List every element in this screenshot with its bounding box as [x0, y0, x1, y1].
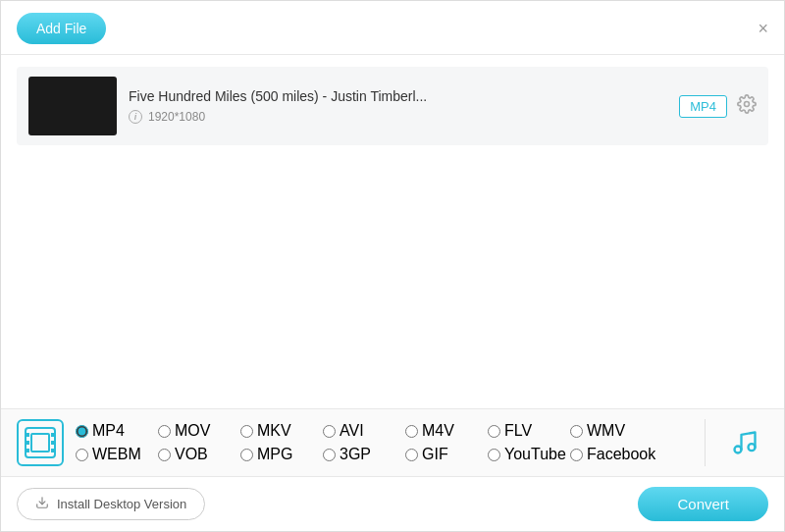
format-option-youtube[interactable]: YouTube — [488, 446, 566, 463]
svg-rect-2 — [26, 433, 29, 437]
file-resolution: 1920*1080 — [148, 110, 205, 124]
file-actions: MP4 — [679, 94, 757, 119]
convert-button[interactable]: Convert — [638, 487, 768, 521]
format-option-mkv[interactable]: MKV — [240, 422, 319, 440]
svg-point-9 — [735, 447, 742, 453]
bottom-panel: MP4 MOV MKV AVI M4V FLV WM — [1, 408, 784, 531]
svg-point-0 — [745, 101, 750, 106]
install-button[interactable]: Install Desktop Version — [17, 488, 205, 520]
format-option-flv[interactable]: FLV — [488, 422, 566, 440]
film-icon[interactable] — [17, 419, 64, 466]
settings-icon[interactable] — [737, 94, 757, 119]
format-row-2: WEBM VOB MPG 3GP GIF YouTube — [76, 446, 689, 463]
svg-point-10 — [749, 444, 756, 451]
vertical-divider — [705, 419, 706, 466]
top-bar: Add File × — [1, 1, 784, 55]
format-badge-button[interactable]: MP4 — [679, 95, 727, 118]
download-icon — [35, 496, 49, 512]
action-bar: Install Desktop Version Convert — [1, 476, 784, 531]
file-info: Five Hundred Miles (500 miles) - Justin … — [129, 88, 667, 124]
format-option-facebook[interactable]: Facebook — [570, 446, 655, 463]
format-section: MP4 MOV MKV AVI M4V FLV WM — [1, 409, 784, 476]
file-list: Five Hundred Miles (500 miles) - Justin … — [1, 55, 784, 157]
format-option-mov[interactable]: MOV — [158, 422, 236, 440]
format-option-mp4[interactable]: MP4 — [76, 422, 154, 440]
format-option-mpg[interactable]: MPG — [240, 446, 319, 463]
svg-rect-4 — [26, 449, 29, 452]
content-area — [1, 157, 784, 353]
add-file-button[interactable]: Add File — [17, 13, 106, 44]
format-option-gif[interactable]: GIF — [405, 446, 484, 463]
format-option-3gp[interactable]: 3GP — [323, 446, 401, 463]
svg-rect-7 — [51, 449, 55, 452]
music-icon[interactable] — [721, 419, 768, 466]
format-option-m4v[interactable]: M4V — [405, 422, 484, 440]
svg-rect-3 — [26, 441, 29, 445]
file-thumbnail — [28, 77, 117, 135]
svg-rect-5 — [51, 433, 55, 437]
svg-rect-6 — [51, 441, 55, 445]
svg-rect-1 — [26, 428, 55, 457]
file-name: Five Hundred Miles (500 miles) - Justin … — [129, 88, 667, 104]
format-option-avi[interactable]: AVI — [323, 422, 401, 440]
format-option-wmv[interactable]: WMV — [570, 422, 649, 440]
format-options: MP4 MOV MKV AVI M4V FLV WM — [76, 422, 689, 463]
svg-rect-8 — [31, 434, 49, 452]
format-option-webm[interactable]: WEBM — [76, 446, 154, 463]
format-option-vob[interactable]: VOB — [158, 446, 236, 463]
file-meta: i 1920*1080 — [129, 110, 667, 124]
install-label: Install Desktop Version — [57, 497, 186, 511]
close-button[interactable]: × — [758, 20, 768, 37]
file-item: Five Hundred Miles (500 miles) - Justin … — [17, 67, 768, 145]
info-icon: i — [129, 110, 142, 124]
format-row-1: MP4 MOV MKV AVI M4V FLV WM — [76, 422, 689, 440]
